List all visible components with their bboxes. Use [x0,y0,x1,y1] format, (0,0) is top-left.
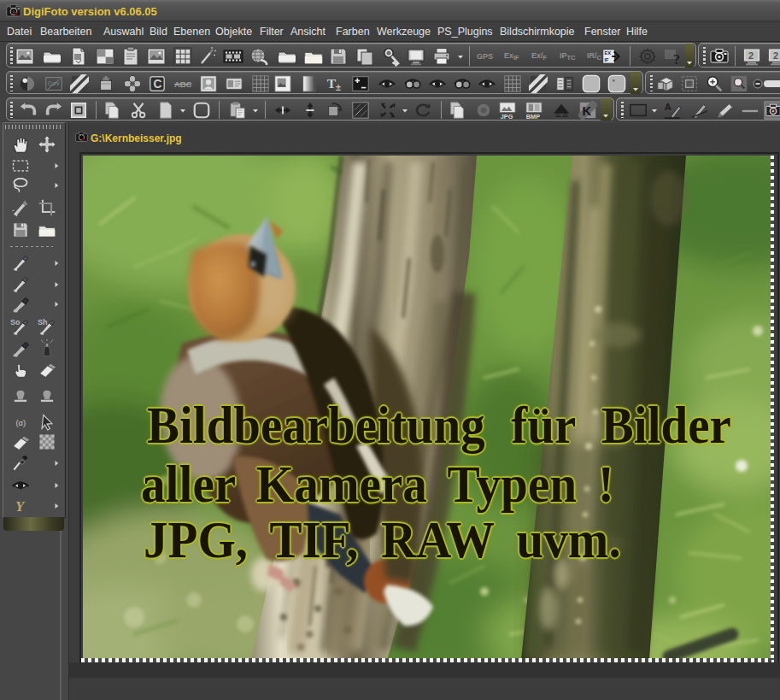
svg-text:IF: IF [604,56,609,62]
svg-text:EX: EX [604,50,611,56]
